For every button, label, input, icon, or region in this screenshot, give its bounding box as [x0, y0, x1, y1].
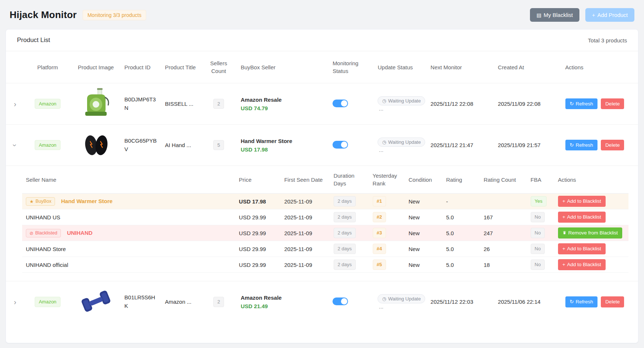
col-first-seen-date: First Seen Date	[280, 166, 330, 194]
refresh-button[interactable]: ↻Refresh	[565, 296, 598, 307]
created-at: 2025/11/06 22:14	[494, 281, 561, 323]
seller-name: UNIHAND official	[26, 262, 68, 268]
toggle-knob	[341, 142, 347, 148]
next-monitor: 2025/11/12 22:03	[427, 281, 494, 323]
col-monitoring-status: Monitoring Status	[329, 51, 374, 83]
rating-count: 18	[480, 257, 527, 273]
add-product-button[interactable]: + Add Product	[585, 8, 634, 22]
refresh-label: Refresh	[576, 299, 593, 304]
seller-row: ⊘ Blacklisted UNIHAND USD 29.99 2025-11-…	[22, 225, 628, 241]
product-id: B01LR5S6HK	[124, 293, 158, 310]
seller-name: UNIHAND Store	[26, 246, 66, 252]
col-rating-count: Rating Count	[480, 166, 527, 194]
status-ellipsis: ...	[379, 105, 383, 112]
sellers-count-badge: 2	[213, 99, 224, 109]
trash-icon	[562, 230, 566, 236]
rating-count: 167	[480, 209, 527, 225]
update-status-label: Waiting Update	[388, 139, 421, 145]
remove-from-blacklist-button[interactable]: Remove from Blacklist	[558, 227, 622, 239]
expanded-sellers-row: Seller Name Price First Seen Date Durati…	[6, 166, 638, 281]
refresh-label: Refresh	[576, 143, 593, 148]
plus-icon: +	[562, 215, 565, 220]
col-next-monitor: Next Monitor	[427, 51, 494, 83]
clock-icon: ◷	[382, 139, 386, 145]
my-blacklist-button[interactable]: ▤ My Blacklist	[530, 8, 579, 22]
col-fba: FBA	[527, 166, 554, 194]
clock-icon: ◷	[382, 98, 386, 104]
col-duration-days: Duration Days	[330, 166, 369, 194]
monitoring-toggle[interactable]	[333, 100, 348, 107]
plus-icon: +	[592, 13, 595, 18]
seller-name: Hand Warmer Store	[61, 198, 112, 204]
blacklisted-badge: ⊘ Blacklisted	[26, 229, 61, 237]
rating: -	[442, 194, 480, 209]
add-to-blacklist-button[interactable]: +Add to Blacklist	[558, 196, 606, 207]
status-ellipsis: ...	[379, 147, 383, 153]
add-to-blacklist-label: Add to Blacklist	[567, 199, 601, 204]
product-image-hand-warmers	[80, 128, 112, 161]
seller-row: UNIHAND US USD 29.99 2025-11-09 2 days #…	[22, 209, 628, 225]
status-ellipsis: ...	[379, 303, 383, 310]
created-at: 2025/11/09 22:08	[494, 83, 561, 125]
fba-badge: No	[531, 228, 545, 238]
collapse-chevron[interactable]: ›	[11, 144, 19, 146]
expand-chevron[interactable]: ›	[14, 100, 17, 108]
delete-button[interactable]: Delete	[601, 140, 624, 151]
buybox-badge-label: BuyBox	[35, 199, 51, 204]
first-seen-date: 2025-11-09	[280, 225, 330, 241]
seller-name: UNIHAND US	[26, 214, 60, 220]
condition: New	[405, 225, 442, 241]
rank-badge: #1	[373, 196, 386, 206]
plus-icon: +	[562, 262, 565, 267]
delete-button[interactable]: Delete	[601, 98, 624, 109]
delete-label: Delete	[605, 101, 620, 107]
platform-badge: Amazon	[35, 140, 61, 150]
rating: 5.0	[442, 225, 480, 241]
refresh-button[interactable]: ↻Refresh	[565, 98, 598, 109]
seller-price: USD 29.99	[235, 257, 280, 273]
fba-badge: No	[531, 244, 545, 254]
expand-chevron[interactable]: ›	[14, 298, 17, 306]
buybox-badge: ★ BuyBox	[26, 197, 55, 206]
product-table: Platform Product Image Product ID Produc…	[6, 51, 638, 323]
col-buybox-seller: BuyBox Seller	[237, 51, 329, 83]
seller-row: UNIHAND Store USD 29.99 2025-11-09 2 day…	[22, 241, 628, 257]
update-status-badge: ◷ Waiting Update	[378, 294, 425, 303]
table-header-row: Platform Product Image Product ID Produc…	[6, 51, 638, 83]
update-status-badge: ◷ Waiting Update	[378, 138, 425, 147]
col-rating: Rating	[442, 166, 480, 194]
seller-row: UNIHAND official USD 29.99 2025-11-09 2 …	[22, 257, 628, 273]
sellers-count-badge: 5	[213, 140, 224, 150]
col-seller-name: Seller Name	[22, 166, 235, 194]
condition: New	[405, 194, 442, 209]
col-condition: Condition	[405, 166, 442, 194]
delete-label: Delete	[605, 299, 620, 304]
col-sellers-count: Sellers Count	[200, 51, 237, 83]
refresh-button[interactable]: ↻Refresh	[565, 140, 598, 151]
add-to-blacklist-label: Add to Blacklist	[567, 215, 601, 220]
buybox-seller-name: Amazon Resale	[241, 97, 325, 103]
add-to-blacklist-button[interactable]: +Add to Blacklist	[558, 212, 606, 223]
delete-button[interactable]: Delete	[601, 296, 624, 307]
next-monitor: 2025/11/12 21:47	[427, 125, 494, 166]
product-list-card: Product List Total 3 products Platform P…	[6, 29, 638, 343]
buybox-price: USD 17.98	[241, 146, 325, 153]
buybox-seller-name: Hand Warmer Store	[241, 138, 325, 144]
duration-badge: 2 days	[334, 212, 356, 222]
fba-badge: No	[531, 212, 545, 222]
rating: 5.0	[442, 241, 480, 257]
rating-count: 247	[480, 225, 527, 241]
add-to-blacklist-button[interactable]: +Add to Blacklist	[558, 243, 606, 254]
first-seen-date: 2025-11-09	[280, 209, 330, 225]
first-seen-date: 2025-11-09	[280, 194, 330, 209]
add-to-blacklist-button[interactable]: +Add to Blacklist	[558, 259, 606, 270]
platform-badge: Amazon	[35, 99, 61, 109]
my-blacklist-label: My Blacklist	[544, 12, 573, 18]
monitoring-toggle[interactable]	[333, 297, 348, 305]
col-expand	[6, 51, 24, 83]
plus-icon: +	[562, 246, 565, 251]
monitoring-toggle[interactable]	[333, 141, 348, 149]
sellers-header-row: Seller Name Price First Seen Date Durati…	[22, 166, 628, 194]
rank-badge: #2	[373, 212, 386, 222]
product-title: Amazon ...	[161, 281, 200, 323]
